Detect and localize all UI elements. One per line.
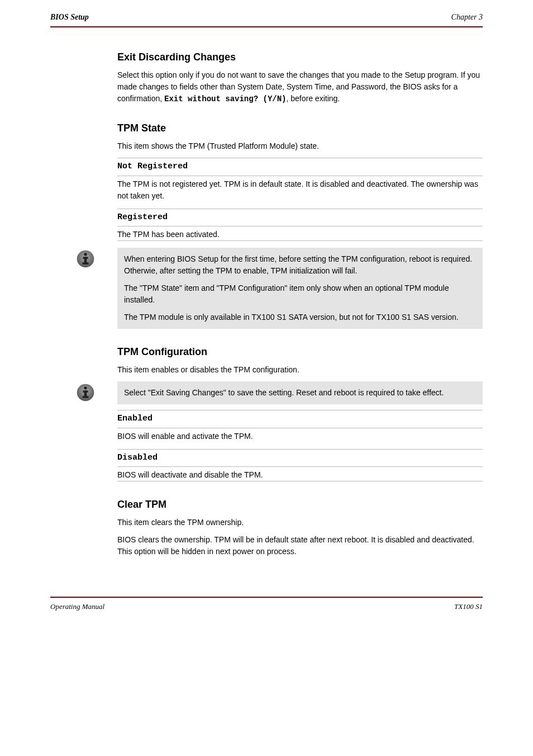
section-heading-tpm-state: TPM State bbox=[117, 121, 483, 136]
def-term-enabled: Enabled bbox=[117, 410, 483, 428]
tpm-config-intro: This item enables or disables the TPM co… bbox=[117, 364, 483, 376]
page-footer: Operating Manual TX100 S1 bbox=[50, 597, 483, 612]
def-desc-enabled: BIOS will enable and activate the TPM. bbox=[117, 428, 483, 442]
note-content: When entering BIOS Setup for the first t… bbox=[117, 248, 483, 329]
tpm-state-intro: This item shows the TPM (Trusted Platfor… bbox=[117, 140, 483, 152]
definition-block: Disabled BIOS will deactivate and disabl… bbox=[117, 449, 483, 482]
header-chapter: Chapter 3 bbox=[451, 11, 483, 23]
footer-right: TX100 S1 bbox=[454, 601, 483, 612]
svg-point-6 bbox=[84, 386, 87, 389]
svg-rect-9 bbox=[83, 396, 89, 398]
def-term-registered: Registered bbox=[117, 209, 483, 227]
note-paragraph: The "TPM State" item and "TPM Configurat… bbox=[124, 282, 476, 306]
note-box-tpm-config: Select "Exit Saving Changes" to save the… bbox=[50, 381, 483, 404]
def-term-not-registered: Not Registered bbox=[117, 158, 483, 176]
def-desc-disabled: BIOS will deactivate and disable the TPM… bbox=[117, 467, 483, 481]
section-heading-exit-discarding: Exit Discarding Changes bbox=[117, 50, 483, 65]
note-box-tpm: When entering BIOS Setup for the first t… bbox=[50, 248, 483, 329]
footer-left: Operating Manual bbox=[50, 601, 104, 612]
exit-discard-text-post: , before exiting. bbox=[286, 94, 340, 103]
exit-prompt-code: Exit without saving? (Y/N) bbox=[164, 94, 286, 103]
exit-discard-paragraph: Select this option only if you do not wa… bbox=[117, 69, 483, 105]
note-paragraph: When entering BIOS Setup for the first t… bbox=[124, 253, 476, 277]
note-content: Select "Exit Saving Changes" to save the… bbox=[117, 381, 483, 404]
header-section-title: BIOS Setup bbox=[50, 11, 89, 23]
definition-block: Not Registered The TPM is not registered… bbox=[117, 158, 483, 202]
page-header: BIOS Setup Chapter 3 bbox=[50, 0, 483, 27]
def-desc-registered: The TPM has been activated. bbox=[117, 226, 483, 241]
def-term-disabled: Disabled bbox=[117, 449, 483, 467]
clear-tpm-p2: BIOS clears the ownership. TPM will be i… bbox=[117, 534, 483, 557]
info-icon bbox=[75, 249, 96, 272]
page-content: Exit Discarding Changes Select this opti… bbox=[117, 50, 483, 557]
section-heading-clear-tpm: Clear TPM bbox=[117, 497, 483, 512]
clear-tpm-p1: This item clears the TPM ownership. bbox=[117, 517, 483, 528]
svg-rect-4 bbox=[83, 262, 89, 264]
info-icon bbox=[75, 382, 96, 406]
def-desc-not-registered: The TPM is not registered yet. TPM is in… bbox=[117, 176, 483, 202]
note-paragraph: The TPM module is only available in TX10… bbox=[124, 311, 476, 323]
section-heading-tpm-config: TPM Configuration bbox=[117, 344, 483, 360]
svg-point-1 bbox=[84, 253, 87, 256]
definition-block: Enabled BIOS will enable and activate th… bbox=[117, 410, 483, 442]
note-paragraph: Select "Exit Saving Changes" to save the… bbox=[124, 387, 476, 399]
definition-block: Registered The TPM has been activated. bbox=[117, 209, 483, 242]
